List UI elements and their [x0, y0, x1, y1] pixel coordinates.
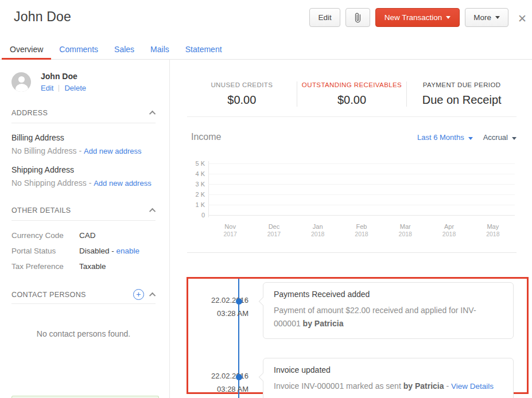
tab-overview[interactable]: Overview	[2, 43, 51, 60]
timeline-timestamp: 22.02.2016 03:28 AM	[197, 369, 248, 396]
currency-code-value: CAD	[79, 231, 96, 240]
add-contact-person-icon[interactable]: +	[133, 289, 144, 300]
summary-stats: UNUSED CREDITS $0.00 OUTSTANDING RECEIVA…	[187, 75, 517, 117]
timeline-entry-body: Payment of amount $22.00 received and ap…	[274, 304, 503, 330]
y-tick-label: 1 K	[189, 201, 205, 208]
timeline-timestamp: 22.02.2016 03:28 AM	[197, 294, 248, 320]
detail-row-tax-preference: Tax Preference Taxable	[11, 262, 156, 271]
contact-edit-link[interactable]: Edit	[41, 84, 53, 92]
x-month: Feb	[340, 223, 383, 231]
contact-profile: John Doe EditDelete	[11, 72, 156, 92]
y-tick-label: 5 K	[189, 160, 205, 167]
no-contact-persons-message: No contact persons found.	[11, 329, 156, 338]
billing-address-empty-text: No Billing Address -	[11, 146, 84, 155]
payment-due-period-label: PAYMENT DUE PERIOD	[407, 81, 517, 88]
header: John Doe Edit New Transaction More ✕	[0, 0, 532, 43]
other-details-section-header: OTHER DETAILS	[11, 206, 156, 221]
edit-button[interactable]: Edit	[309, 8, 340, 27]
tab-statement[interactable]: Statement	[177, 43, 230, 60]
profile-info: John Doe EditDelete	[41, 72, 86, 92]
currency-code-label: Currency Code	[11, 231, 79, 240]
stat-unused-credits: UNUSED CREDITS $0.00	[187, 81, 297, 107]
accounting-basis-label: Accrual	[483, 133, 508, 142]
contact-name: John Doe	[41, 72, 86, 81]
portal-status-value: Disabled - enable	[79, 247, 139, 255]
new-transaction-button[interactable]: New Transaction	[375, 8, 460, 27]
add-billing-address-link[interactable]: Add new address	[84, 147, 141, 155]
chevron-up-icon[interactable]	[149, 292, 156, 298]
y-tick-label: 2 K	[189, 191, 205, 198]
avatar	[11, 72, 31, 92]
x-month: Jan	[296, 223, 340, 231]
close-icon[interactable]: ✕	[514, 11, 530, 26]
x-tick-label: Jan2018	[296, 223, 340, 237]
paperclip-icon	[355, 12, 361, 24]
chart-gridline	[208, 194, 515, 195]
contact-persons-section-header: CONTACT PERSONS +	[11, 289, 156, 304]
caret-down-icon	[468, 137, 473, 140]
header-actions: Edit New Transaction More	[309, 8, 508, 27]
income-title: Income	[191, 132, 417, 142]
stat-payment-due-period: PAYMENT DUE PERIOD Due on Receipt	[406, 81, 517, 107]
caret-down-icon	[512, 137, 517, 140]
contact-persons-title: CONTACT PERSONS	[11, 291, 133, 299]
tab-sales[interactable]: Sales	[106, 43, 142, 60]
caret-down-icon	[446, 16, 451, 19]
other-details-rows: Currency Code CAD Portal Status Disabled…	[11, 231, 156, 271]
timeline-entry: 22.02.2016 03:28 AM Payments Received ad…	[263, 282, 514, 339]
x-year: 2018	[340, 231, 383, 237]
attachments-button[interactable]	[345, 8, 370, 27]
tab-bar: Overview Comments Sales Mails Statement	[0, 43, 532, 60]
timeline-time: 03:28 AM	[197, 307, 248, 320]
main-content: UNUSED CREDITS $0.00 OUTSTANDING RECEIVA…	[170, 60, 532, 398]
view-details-link[interactable]: View Details	[451, 382, 494, 391]
timeline-dot-icon	[236, 298, 242, 305]
income-section-header: Income Last 6 Months Accrual	[191, 132, 517, 142]
section-divider	[187, 252, 517, 253]
x-tick-label: Dec2017	[252, 223, 296, 237]
y-tick-label: 4 K	[189, 170, 205, 177]
portal-status-text: Disabled -	[79, 247, 117, 255]
more-button[interactable]: More	[465, 8, 508, 27]
timeline-time: 03:28 AM	[197, 383, 248, 396]
outstanding-receivables-label: OUTSTANDING RECEIVABLES	[297, 81, 407, 88]
x-month: Mar	[383, 223, 427, 231]
x-tick-label: Nov2017	[208, 223, 252, 237]
timeline-entry-title: Payments Received added	[274, 290, 503, 299]
accounting-basis-dropdown[interactable]: Accrual	[483, 133, 517, 142]
x-year: 2017	[208, 231, 252, 237]
contact-delete-link[interactable]: Delete	[64, 84, 86, 92]
other-details-title: OTHER DETAILS	[11, 206, 151, 214]
tab-comments[interactable]: Comments	[51, 43, 106, 60]
date-range-label: Last 6 Months	[417, 133, 464, 142]
link-separator	[59, 85, 59, 92]
timeline-card: Invoice updated Invoice INV-000001 marke…	[263, 358, 514, 398]
x-tick-label: Apr2018	[427, 223, 471, 237]
timeline-entry-title: Invoice updated	[274, 365, 503, 374]
chart-baseline	[208, 215, 515, 216]
shipping-address-label: Shipping Address	[11, 165, 156, 174]
page-title: John Doe	[14, 9, 71, 25]
x-year: 2017	[252, 231, 296, 237]
y-tick-label: 0	[189, 212, 205, 218]
timeline-entry-body: Invoice INV-000001 marked as sent by Pat…	[274, 380, 503, 393]
profile-links: EditDelete	[41, 84, 86, 92]
detail-row-portal-status: Portal Status Disabled - enable	[11, 247, 156, 255]
add-shipping-address-link[interactable]: Add new address	[94, 179, 151, 188]
chart-gridline	[208, 205, 515, 205]
x-month: Nov	[208, 223, 252, 231]
x-tick-label: Feb2018	[340, 223, 383, 237]
enable-portal-link[interactable]: enable	[117, 247, 140, 255]
tab-mails[interactable]: Mails	[142, 43, 177, 60]
x-month: May	[471, 223, 515, 231]
x-year: 2018	[471, 231, 515, 237]
date-range-dropdown[interactable]: Last 6 Months	[417, 133, 473, 142]
billing-address-label: Billing Address	[11, 133, 156, 142]
timeline-body-text: Invoice INV-000001 marked as sent	[274, 381, 403, 391]
more-label: More	[473, 13, 491, 22]
stat-outstanding-receivables: OUTSTANDING RECEIVABLES $0.00	[297, 81, 407, 107]
timeline-card: Payments Received added Payment of amoun…	[263, 282, 514, 339]
x-tick-label: Mar2018	[383, 223, 427, 237]
x-tick-label: May2018	[471, 223, 515, 237]
sidebar: John Doe EditDelete ADDRESS Billing Addr…	[0, 60, 170, 398]
